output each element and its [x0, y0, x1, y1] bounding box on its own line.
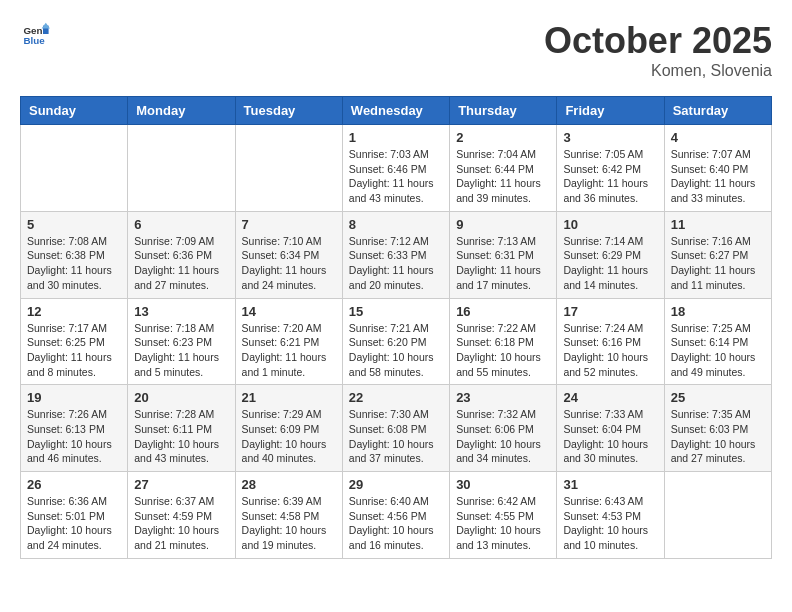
- calendar-cell: 20Sunrise: 7:28 AM Sunset: 6:11 PM Dayli…: [128, 385, 235, 472]
- calendar-cell: 18Sunrise: 7:25 AM Sunset: 6:14 PM Dayli…: [664, 298, 771, 385]
- calendar-cell: 4Sunrise: 7:07 AM Sunset: 6:40 PM Daylig…: [664, 125, 771, 212]
- day-number: 25: [671, 390, 765, 405]
- day-info: Sunrise: 7:08 AM Sunset: 6:38 PM Dayligh…: [27, 234, 121, 293]
- calendar-cell: [21, 125, 128, 212]
- day-info: Sunrise: 7:28 AM Sunset: 6:11 PM Dayligh…: [134, 407, 228, 466]
- weekday-saturday: Saturday: [664, 97, 771, 125]
- day-info: Sunrise: 7:22 AM Sunset: 6:18 PM Dayligh…: [456, 321, 550, 380]
- calendar-cell: 31Sunrise: 6:43 AM Sunset: 4:53 PM Dayli…: [557, 472, 664, 559]
- day-number: 6: [134, 217, 228, 232]
- calendar-cell: 21Sunrise: 7:29 AM Sunset: 6:09 PM Dayli…: [235, 385, 342, 472]
- calendar-cell: 14Sunrise: 7:20 AM Sunset: 6:21 PM Dayli…: [235, 298, 342, 385]
- day-number: 19: [27, 390, 121, 405]
- day-number: 27: [134, 477, 228, 492]
- calendar-cell: 12Sunrise: 7:17 AM Sunset: 6:25 PM Dayli…: [21, 298, 128, 385]
- day-number: 17: [563, 304, 657, 319]
- day-number: 11: [671, 217, 765, 232]
- day-info: Sunrise: 7:20 AM Sunset: 6:21 PM Dayligh…: [242, 321, 336, 380]
- weekday-tuesday: Tuesday: [235, 97, 342, 125]
- calendar-cell: 16Sunrise: 7:22 AM Sunset: 6:18 PM Dayli…: [450, 298, 557, 385]
- day-info: Sunrise: 7:10 AM Sunset: 6:34 PM Dayligh…: [242, 234, 336, 293]
- calendar-body: 1Sunrise: 7:03 AM Sunset: 6:46 PM Daylig…: [21, 125, 772, 559]
- day-number: 7: [242, 217, 336, 232]
- day-info: Sunrise: 6:43 AM Sunset: 4:53 PM Dayligh…: [563, 494, 657, 553]
- title-block: October 2025 Komen, Slovenia: [544, 20, 772, 80]
- day-info: Sunrise: 6:42 AM Sunset: 4:55 PM Dayligh…: [456, 494, 550, 553]
- calendar-cell: 22Sunrise: 7:30 AM Sunset: 6:08 PM Dayli…: [342, 385, 449, 472]
- calendar-cell: 30Sunrise: 6:42 AM Sunset: 4:55 PM Dayli…: [450, 472, 557, 559]
- day-number: 23: [456, 390, 550, 405]
- day-info: Sunrise: 6:37 AM Sunset: 4:59 PM Dayligh…: [134, 494, 228, 553]
- calendar-week-5: 26Sunrise: 6:36 AM Sunset: 5:01 PM Dayli…: [21, 472, 772, 559]
- day-info: Sunrise: 7:03 AM Sunset: 6:46 PM Dayligh…: [349, 147, 443, 206]
- calendar-cell: 17Sunrise: 7:24 AM Sunset: 6:16 PM Dayli…: [557, 298, 664, 385]
- calendar-cell: 6Sunrise: 7:09 AM Sunset: 6:36 PM Daylig…: [128, 211, 235, 298]
- page-header: Gen Blue October 2025 Komen, Slovenia: [20, 20, 772, 80]
- day-info: Sunrise: 6:36 AM Sunset: 5:01 PM Dayligh…: [27, 494, 121, 553]
- day-info: Sunrise: 7:18 AM Sunset: 6:23 PM Dayligh…: [134, 321, 228, 380]
- day-info: Sunrise: 7:12 AM Sunset: 6:33 PM Dayligh…: [349, 234, 443, 293]
- calendar-cell: 5Sunrise: 7:08 AM Sunset: 6:38 PM Daylig…: [21, 211, 128, 298]
- calendar-cell: 23Sunrise: 7:32 AM Sunset: 6:06 PM Dayli…: [450, 385, 557, 472]
- day-number: 16: [456, 304, 550, 319]
- day-number: 29: [349, 477, 443, 492]
- day-info: Sunrise: 6:40 AM Sunset: 4:56 PM Dayligh…: [349, 494, 443, 553]
- calendar-cell: 1Sunrise: 7:03 AM Sunset: 6:46 PM Daylig…: [342, 125, 449, 212]
- day-info: Sunrise: 7:32 AM Sunset: 6:06 PM Dayligh…: [456, 407, 550, 466]
- day-info: Sunrise: 7:24 AM Sunset: 6:16 PM Dayligh…: [563, 321, 657, 380]
- calendar-cell: 28Sunrise: 6:39 AM Sunset: 4:58 PM Dayli…: [235, 472, 342, 559]
- day-number: 8: [349, 217, 443, 232]
- day-number: 15: [349, 304, 443, 319]
- day-number: 3: [563, 130, 657, 145]
- calendar-cell: 8Sunrise: 7:12 AM Sunset: 6:33 PM Daylig…: [342, 211, 449, 298]
- day-number: 9: [456, 217, 550, 232]
- calendar-cell: 19Sunrise: 7:26 AM Sunset: 6:13 PM Dayli…: [21, 385, 128, 472]
- logo: Gen Blue: [20, 20, 50, 48]
- day-number: 31: [563, 477, 657, 492]
- day-info: Sunrise: 7:05 AM Sunset: 6:42 PM Dayligh…: [563, 147, 657, 206]
- day-number: 30: [456, 477, 550, 492]
- calendar-cell: 2Sunrise: 7:04 AM Sunset: 6:44 PM Daylig…: [450, 125, 557, 212]
- day-number: 4: [671, 130, 765, 145]
- day-info: Sunrise: 7:04 AM Sunset: 6:44 PM Dayligh…: [456, 147, 550, 206]
- calendar-cell: 3Sunrise: 7:05 AM Sunset: 6:42 PM Daylig…: [557, 125, 664, 212]
- weekday-wednesday: Wednesday: [342, 97, 449, 125]
- day-info: Sunrise: 7:21 AM Sunset: 6:20 PM Dayligh…: [349, 321, 443, 380]
- calendar-cell: [664, 472, 771, 559]
- calendar-cell: 11Sunrise: 7:16 AM Sunset: 6:27 PM Dayli…: [664, 211, 771, 298]
- day-number: 13: [134, 304, 228, 319]
- svg-marker-3: [42, 23, 50, 29]
- day-number: 21: [242, 390, 336, 405]
- calendar-cell: 10Sunrise: 7:14 AM Sunset: 6:29 PM Dayli…: [557, 211, 664, 298]
- calendar-cell: 25Sunrise: 7:35 AM Sunset: 6:03 PM Dayli…: [664, 385, 771, 472]
- weekday-friday: Friday: [557, 97, 664, 125]
- day-number: 2: [456, 130, 550, 145]
- calendar-week-1: 1Sunrise: 7:03 AM Sunset: 6:46 PM Daylig…: [21, 125, 772, 212]
- location: Komen, Slovenia: [544, 62, 772, 80]
- weekday-thursday: Thursday: [450, 97, 557, 125]
- day-number: 5: [27, 217, 121, 232]
- calendar-cell: 27Sunrise: 6:37 AM Sunset: 4:59 PM Dayli…: [128, 472, 235, 559]
- day-number: 24: [563, 390, 657, 405]
- day-info: Sunrise: 7:13 AM Sunset: 6:31 PM Dayligh…: [456, 234, 550, 293]
- calendar-cell: [235, 125, 342, 212]
- day-info: Sunrise: 6:39 AM Sunset: 4:58 PM Dayligh…: [242, 494, 336, 553]
- day-info: Sunrise: 7:09 AM Sunset: 6:36 PM Dayligh…: [134, 234, 228, 293]
- day-number: 1: [349, 130, 443, 145]
- calendar-cell: 7Sunrise: 7:10 AM Sunset: 6:34 PM Daylig…: [235, 211, 342, 298]
- day-number: 22: [349, 390, 443, 405]
- weekday-header-row: SundayMondayTuesdayWednesdayThursdayFrid…: [21, 97, 772, 125]
- calendar-week-3: 12Sunrise: 7:17 AM Sunset: 6:25 PM Dayli…: [21, 298, 772, 385]
- day-number: 14: [242, 304, 336, 319]
- day-info: Sunrise: 7:17 AM Sunset: 6:25 PM Dayligh…: [27, 321, 121, 380]
- calendar-cell: 29Sunrise: 6:40 AM Sunset: 4:56 PM Dayli…: [342, 472, 449, 559]
- day-number: 18: [671, 304, 765, 319]
- calendar-cell: 24Sunrise: 7:33 AM Sunset: 6:04 PM Dayli…: [557, 385, 664, 472]
- day-info: Sunrise: 7:26 AM Sunset: 6:13 PM Dayligh…: [27, 407, 121, 466]
- calendar-table: SundayMondayTuesdayWednesdayThursdayFrid…: [20, 96, 772, 559]
- calendar-cell: 26Sunrise: 6:36 AM Sunset: 5:01 PM Dayli…: [21, 472, 128, 559]
- calendar-cell: 15Sunrise: 7:21 AM Sunset: 6:20 PM Dayli…: [342, 298, 449, 385]
- day-info: Sunrise: 7:29 AM Sunset: 6:09 PM Dayligh…: [242, 407, 336, 466]
- day-number: 10: [563, 217, 657, 232]
- day-info: Sunrise: 7:16 AM Sunset: 6:27 PM Dayligh…: [671, 234, 765, 293]
